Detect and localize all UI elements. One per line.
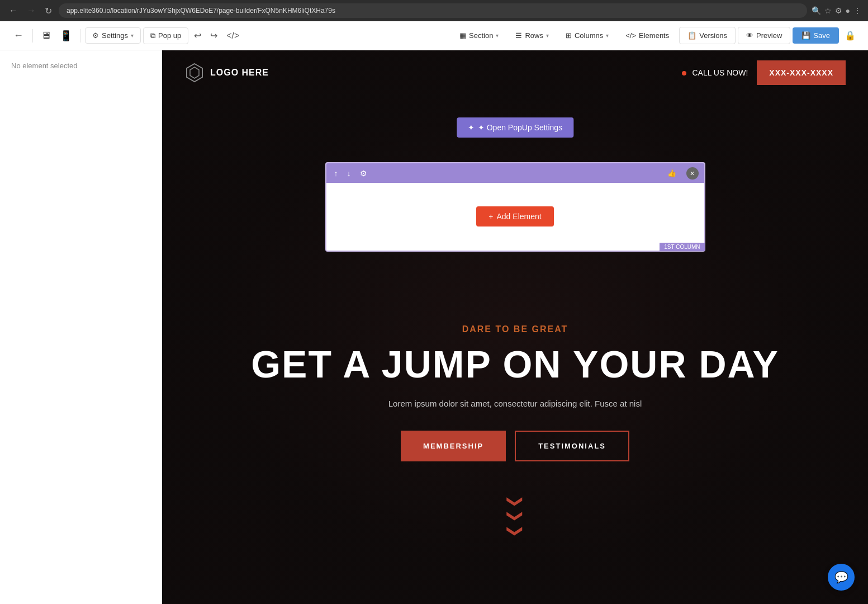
site-header: LOGO HERE CALL US NOW! XXX-XXX-XXXX (162, 50, 868, 95)
canvas-area[interactable]: LOGO HERE CALL US NOW! XXX-XXX-XXXX (162, 50, 868, 604)
column-close-button[interactable]: × (686, 167, 699, 180)
scroll-chevrons: ❯ ❯ ❯ (184, 495, 846, 537)
close-icon: × (690, 169, 694, 178)
logo-hex-icon (184, 63, 205, 83)
settings-button[interactable]: ⚙ Settings ▾ (85, 27, 141, 44)
rows-caret: ▾ (546, 32, 549, 39)
chevron-down-icon-3: ❯ (509, 524, 521, 537)
back-button[interactable]: ← (7, 4, 20, 17)
membership-button[interactable]: MEMBERSHIP (401, 431, 506, 461)
rows-label: Rows (525, 31, 543, 40)
zoom-button[interactable]: 🔍 (812, 6, 821, 15)
address-bar[interactable] (59, 3, 807, 18)
code-button[interactable]: </> (223, 27, 243, 44)
left-panel: No element selected (0, 50, 162, 604)
preview-button[interactable]: 👁 Preview (738, 27, 790, 44)
hero-subtitle: DARE TO BE GREAT (184, 324, 846, 334)
popup-label: Pop up (158, 31, 181, 40)
section-icon: ▦ (459, 31, 466, 40)
column-settings-button[interactable]: ⚙ (358, 168, 369, 179)
settings-label: Settings (102, 31, 128, 40)
section-label: Section (469, 31, 493, 40)
lock-button[interactable]: 🔒 (841, 27, 859, 44)
rows-icon: ☰ (515, 31, 522, 40)
chevron-down-icon-1: ❯ (509, 494, 521, 507)
toolbar-separator-1 (32, 29, 33, 43)
preview-label: Preview (756, 31, 782, 40)
column-label-badge: 1ST COLUMN (660, 243, 704, 251)
extensions-button[interactable]: ⚙ (835, 6, 842, 15)
up-arrow-icon: ↑ (334, 169, 338, 178)
column-editor-toolbar: ↑ ↓ ⚙ 👍 (326, 163, 704, 183)
profile-button[interactable]: ● (846, 6, 850, 15)
elements-icon: </> (625, 31, 636, 40)
svg-marker-1 (190, 67, 199, 78)
browser-chrome: ← → ↻ 🔍 ☆ ⚙ ● ⋮ (0, 0, 868, 21)
toolbar-separator-2 (80, 29, 80, 43)
testimonials-button[interactable]: TESTIMONIALS (515, 431, 629, 461)
toolbar-right: 📋 Versions 👁 Preview 💾 Save 🔒 (679, 27, 859, 44)
hero-section: DARE TO BE GREAT GET A JUMP ON YOUR DAY … (162, 280, 868, 593)
section-caret: ▾ (496, 32, 499, 39)
versions-button[interactable]: 📋 Versions (679, 27, 736, 44)
logo-text: LOGO HERE (210, 68, 269, 78)
column-editor: ↑ ↓ ⚙ 👍 (325, 162, 705, 252)
hero-description: Lorem ipsum dolor sit amet, consectetur … (184, 399, 846, 408)
header-right: CALL US NOW! XXX-XXX-XXXX (682, 60, 846, 85)
thumb-icon: 👍 (667, 169, 676, 177)
column-editor-body: + Add Element (326, 183, 704, 250)
settings-icon: ⚙ (92, 31, 99, 40)
svg-marker-0 (187, 64, 202, 82)
columns-button[interactable]: ⊞ Columns ▾ (558, 28, 616, 43)
phone-cta-button[interactable]: XXX-XXX-XXXX (757, 60, 846, 85)
main-layout: No element selected LOGO HERE (0, 50, 868, 604)
columns-label: Columns (575, 31, 603, 40)
save-label: Save (813, 31, 830, 40)
column-move-down-button[interactable]: ↓ (345, 168, 353, 179)
hero-title: GET A JUMP ON YOUR DAY (184, 343, 846, 385)
elements-label: Elements (639, 31, 669, 40)
hero-buttons: MEMBERSHIP TESTIMONIALS (184, 431, 846, 461)
down-arrow-icon: ↓ (347, 169, 351, 178)
back-to-pages-button[interactable]: ← (9, 27, 28, 44)
bookmark-button[interactable]: ☆ (824, 6, 832, 15)
refresh-button[interactable]: ↻ (42, 4, 54, 17)
forward-button[interactable]: → (25, 4, 38, 17)
toolbar-middle: ▦ Section ▾ ☰ Rows ▾ ⊞ Columns ▾ </> Ele… (452, 28, 677, 43)
membership-label: MEMBERSHIP (423, 442, 483, 450)
settings-caret: ▾ (131, 32, 134, 39)
logo-area: LOGO HERE (184, 63, 269, 83)
section-button[interactable]: ▦ Section ▾ (452, 28, 506, 43)
menu-button[interactable]: ⋮ (853, 6, 861, 15)
page-wrapper: LOGO HERE CALL US NOW! XXX-XXX-XXXX (162, 50, 868, 604)
undo-button[interactable]: ↩ (191, 27, 205, 44)
columns-icon: ⊞ (566, 31, 572, 40)
save-button[interactable]: 💾 Save (793, 27, 839, 44)
phone-dot-icon (682, 71, 686, 76)
builder-toolbar: ← 🖥 📱 ⚙ Settings ▾ ⧉ Pop up ↩ ↪ </> ▦ Se… (0, 21, 868, 50)
chevron-down-icon-2: ❯ (509, 509, 521, 522)
versions-label: Versions (699, 31, 727, 40)
redo-button[interactable]: ↪ (207, 27, 221, 44)
save-icon: 💾 (801, 31, 810, 40)
column-thumb-button[interactable]: 👍 (662, 167, 682, 180)
popup-button[interactable]: ⧉ Pop up (143, 27, 188, 44)
elements-button[interactable]: </> Elements (618, 28, 677, 43)
plus-icon: + (488, 212, 493, 221)
mobile-view-button[interactable]: 📱 (56, 27, 75, 44)
no-element-selected-text: No element selected (11, 62, 78, 70)
preview-icon: 👁 (746, 31, 753, 40)
gear-icon: ⚙ (360, 169, 367, 178)
testimonials-label: TESTIMONIALS (538, 442, 606, 450)
column-editor-container: ↑ ↓ ⚙ 👍 (162, 112, 868, 280)
column-move-up-button[interactable]: ↑ (332, 168, 340, 179)
add-element-label: Add Element (497, 212, 542, 221)
rows-button[interactable]: ☰ Rows ▾ (507, 28, 557, 43)
toolbar-left: ← 🖥 📱 ⚙ Settings ▾ ⧉ Pop up ↩ ↪ </> (9, 27, 243, 44)
desktop-view-button[interactable]: 🖥 (37, 27, 54, 44)
phone-number: XXX-XXX-XXXX (769, 68, 833, 77)
call-text: CALL US NOW! (692, 68, 748, 77)
add-element-button[interactable]: + Add Element (476, 206, 553, 226)
popup-icon: ⧉ (150, 31, 155, 40)
page-content: LOGO HERE CALL US NOW! XXX-XXX-XXXX (162, 50, 868, 593)
